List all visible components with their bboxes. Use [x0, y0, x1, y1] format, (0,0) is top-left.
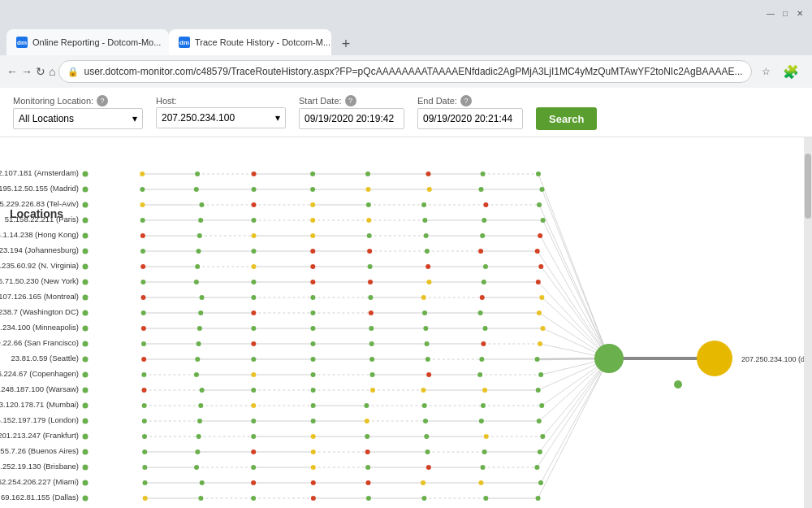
monitoring-location-select[interactable]: All Locations ▾ — [13, 108, 143, 129]
svg-point-387 — [538, 480, 543, 485]
svg-point-270 — [536, 280, 541, 284]
window-controls[interactable]: — □ ✕ — [765, 7, 806, 19]
svg-point-393 — [366, 496, 371, 501]
close-button[interactable]: ✕ — [794, 7, 806, 19]
svg-point-324 — [538, 372, 543, 377]
monitoring-location-info-icon[interactable]: ? — [97, 95, 108, 106]
svg-point-240 — [367, 233, 372, 238]
svg-point-347 — [311, 419, 316, 423]
monitoring-location-group: Monitoring Location: ? All Locations ▾ — [13, 95, 143, 129]
svg-point-394 — [421, 496, 426, 501]
svg-text:185.229.226.83 (Tel-Aviv): 185.229.226.83 (Tel-Aviv) — [0, 199, 79, 208]
svg-line-54 — [542, 358, 609, 436]
svg-point-289 — [83, 326, 89, 332]
svg-point-322 — [426, 372, 431, 377]
svg-point-230 — [310, 218, 315, 223]
filter-bar: Monitoring Location: ? All Locations ▾ H… — [0, 88, 812, 137]
tab-online-reporting[interactable]: dm Online Reporting - Dotcom-Mo... ✕ — [6, 29, 169, 55]
home-button[interactable]: ⌂ — [49, 60, 55, 83]
new-tab-button[interactable]: + — [335, 33, 357, 55]
host-select[interactable]: 207.250.234.100 ▾ — [156, 107, 286, 128]
svg-point-340 — [422, 403, 427, 408]
address-bar[interactable]: 🔒 user.dotcom-monitor.com/c48579/TraceRo… — [58, 60, 751, 83]
svg-point-320 — [311, 372, 316, 377]
svg-point-356 — [311, 434, 316, 439]
svg-line-142 — [541, 267, 609, 358]
svg-point-295 — [423, 326, 428, 331]
svg-point-223 — [421, 202, 426, 207]
maximize-button[interactable]: □ — [780, 7, 791, 19]
svg-point-307 — [83, 357, 89, 363]
svg-point-334 — [83, 403, 89, 409]
svg-point-313 — [425, 357, 430, 362]
end-date-info-icon[interactable]: ? — [460, 95, 472, 106]
svg-point-271 — [83, 295, 89, 301]
svg-point-276 — [368, 295, 373, 300]
svg-text:1.255.7.26 (Buenos Aires): 1.255.7.26 (Buenos Aires) — [0, 446, 79, 455]
svg-point-235 — [83, 233, 89, 239]
trace-route-graph: 142.107.181 (Amsterdam)195.12.50.155 (Ma… — [0, 162, 804, 508]
start-date-info-icon[interactable]: ? — [345, 95, 356, 106]
svg-point-311 — [311, 357, 316, 362]
visualization-area: Locations 142.107.181 (Amsterdam)195.12.… — [0, 137, 812, 508]
search-button[interactable]: Search — [536, 107, 597, 130]
back-button[interactable]: ← — [6, 60, 18, 83]
svg-point-343 — [83, 419, 89, 424]
svg-point-329 — [311, 388, 316, 393]
svg-point-248 — [310, 249, 315, 254]
svg-text:142.107.181 (Amsterdam): 142.107.181 (Amsterdam) — [0, 168, 79, 177]
profile-button[interactable]: ● — [804, 60, 812, 83]
svg-point-241 — [424, 233, 429, 238]
svg-point-229 — [252, 218, 257, 223]
svg-point-342 — [539, 403, 544, 408]
svg-point-213 — [365, 187, 370, 192]
svg-point-242 — [480, 233, 485, 238]
svg-point-208 — [83, 187, 89, 193]
svg-point-380 — [143, 480, 148, 485]
minimize-button[interactable]: — — [765, 7, 776, 19]
svg-point-290 — [141, 326, 146, 331]
svg-point-331 — [421, 388, 425, 393]
svg-point-226 — [83, 218, 89, 224]
start-date-input[interactable]: 09/19/2020 20:19:42 — [299, 108, 404, 129]
scrollbar-thumb[interactable] — [805, 154, 811, 219]
svg-point-369 — [538, 449, 542, 454]
svg-text:206.71.50.230 (New York): 206.71.50.230 (New York) — [0, 276, 79, 285]
extensions-button[interactable]: 🧩 — [780, 60, 802, 83]
svg-point-294 — [369, 326, 374, 331]
svg-text:206.224.67 (Copenhagen): 206.224.67 (Copenhagen) — [0, 369, 79, 378]
svg-text:5.201.213.247 (Frankfurt): 5.201.213.247 (Frankfurt) — [0, 431, 79, 440]
monitoring-location-label: Monitoring Location: ? — [13, 95, 143, 106]
svg-point-383 — [311, 480, 316, 485]
svg-point-363 — [195, 449, 200, 454]
svg-point-355 — [251, 434, 256, 439]
svg-line-190 — [538, 174, 609, 358]
svg-point-274 — [251, 295, 256, 300]
svg-point-353 — [142, 434, 147, 439]
svg-point-281 — [141, 310, 146, 315]
svg-point-258 — [368, 264, 373, 269]
svg-point-206 — [481, 172, 486, 176]
forward-button[interactable]: → — [21, 60, 32, 83]
svg-point-220 — [252, 202, 257, 207]
bookmark-button[interactable]: ☆ — [755, 60, 778, 83]
svg-point-296 — [483, 326, 488, 331]
svg-point-306 — [538, 341, 542, 346]
svg-point-299 — [141, 341, 146, 346]
svg-point-283 — [251, 310, 256, 315]
tab-icon-1: dm — [16, 37, 28, 48]
svg-point-315 — [535, 357, 540, 362]
svg-text:28.238.7 (Washington DC): 28.238.7 (Washington DC) — [0, 307, 79, 316]
svg-point-219 — [199, 202, 204, 207]
svg-point-330 — [370, 388, 375, 393]
reload-button[interactable]: ↻ — [36, 60, 45, 83]
host-group: Host: 207.250.234.100 ▾ — [156, 96, 286, 128]
end-date-input[interactable]: 09/19/2020 20:21:44 — [417, 108, 523, 129]
tab-trace-route[interactable]: dm Trace Route History - Dotcom-M... ✕ — [169, 29, 331, 55]
svg-point-266 — [310, 280, 315, 284]
svg-point-398 — [674, 380, 682, 389]
svg-text:23.81.0.59 (Seattle): 23.81.0.59 (Seattle) — [11, 354, 79, 363]
scrollbar[interactable] — [804, 137, 812, 508]
svg-point-371 — [142, 465, 147, 470]
svg-point-237 — [197, 233, 202, 238]
